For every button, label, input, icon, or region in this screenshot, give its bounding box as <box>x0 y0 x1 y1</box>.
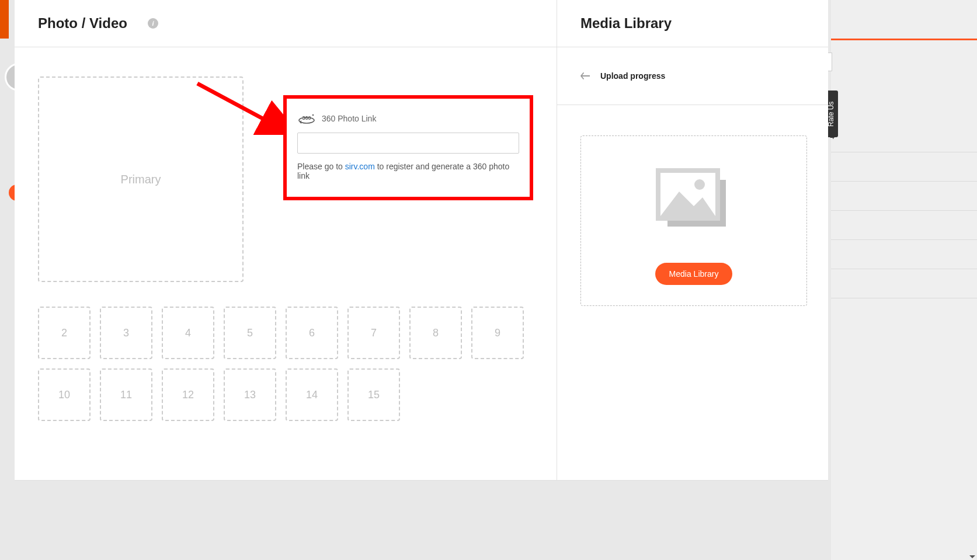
background-row-divider <box>831 298 977 298</box>
background-row-divider <box>831 181 977 182</box>
photo-link-input[interactable] <box>297 133 519 154</box>
back-arrow-icon[interactable] <box>580 70 590 82</box>
svg-marker-5 <box>300 120 301 124</box>
images-placeholder-icon <box>650 156 738 244</box>
media-library-body: Media Library <box>557 105 828 480</box>
background-dropdown-caret <box>969 555 975 558</box>
background-row-divider <box>831 269 977 269</box>
background-right-column <box>831 0 977 560</box>
photo-video-header: Photo / Video i <box>15 0 557 47</box>
photo-video-panel: Photo / Video i Primary <box>15 0 557 480</box>
photo-link-highlight: 360 360 Photo Link Please go to sirv.com… <box>283 95 533 200</box>
thumbnail-slot[interactable]: 11 <box>100 368 152 421</box>
background-row-divider <box>831 152 977 152</box>
sirv-link[interactable]: sirv.com <box>345 162 375 171</box>
background-left-strip <box>0 0 9 39</box>
thumbnail-slot[interactable]: 6 <box>286 307 338 359</box>
thumbnail-slot[interactable]: 5 <box>224 307 276 359</box>
primary-image-slot[interactable]: Primary <box>38 76 244 282</box>
360-icon: 360 <box>297 112 316 126</box>
media-library-panel: Media Library Upload progress <box>557 0 828 480</box>
upload-progress-row[interactable]: Upload progress <box>557 47 828 105</box>
photo-video-body: Primary 360 <box>15 47 557 480</box>
media-modal: Photo / Video i Primary <box>15 0 828 481</box>
thumbnail-slot[interactable]: 2 <box>38 307 91 359</box>
svg-point-10 <box>694 179 705 190</box>
thumbnail-slot[interactable]: 9 <box>471 307 524 359</box>
thumbnail-slot[interactable]: 13 <box>224 368 276 421</box>
background-orange-strip <box>831 39 977 40</box>
thumbnail-slot[interactable]: 12 <box>162 368 214 421</box>
photo-link-header: 360 360 Photo Link <box>297 112 519 126</box>
page-title: Media Library <box>580 15 672 32</box>
page-title: Photo / Video <box>38 15 127 32</box>
photo-link-label: 360 Photo Link <box>322 114 376 123</box>
thumbnail-grid: 23456789101112131415 <box>38 307 534 421</box>
media-library-header: Media Library <box>557 0 828 47</box>
background-row-divider <box>831 210 977 211</box>
hint-prefix: Please go to <box>297 162 345 171</box>
upload-progress-label: Upload progress <box>600 71 665 81</box>
thumbnail-slot[interactable]: 14 <box>286 368 338 421</box>
primary-slot-label: Primary <box>121 173 161 186</box>
background-row-divider <box>831 239 977 240</box>
thumbnail-slot[interactable]: 3 <box>100 307 152 359</box>
thumbnail-slot[interactable]: 7 <box>347 307 400 359</box>
media-library-button[interactable]: Media Library <box>655 263 733 285</box>
media-dropzone[interactable]: Media Library <box>580 135 807 306</box>
thumbnail-slot[interactable]: 4 <box>162 307 214 359</box>
info-icon[interactable]: i <box>148 18 158 29</box>
thumbnail-slot[interactable]: 15 <box>347 368 400 421</box>
thumbnail-slot[interactable]: 8 <box>409 307 462 359</box>
svg-text:360: 360 <box>302 115 311 121</box>
photo-link-hint: Please go to sirv.com to register and ge… <box>297 162 519 180</box>
svg-point-4 <box>312 114 314 116</box>
thumbnail-slot[interactable]: 10 <box>38 368 91 421</box>
